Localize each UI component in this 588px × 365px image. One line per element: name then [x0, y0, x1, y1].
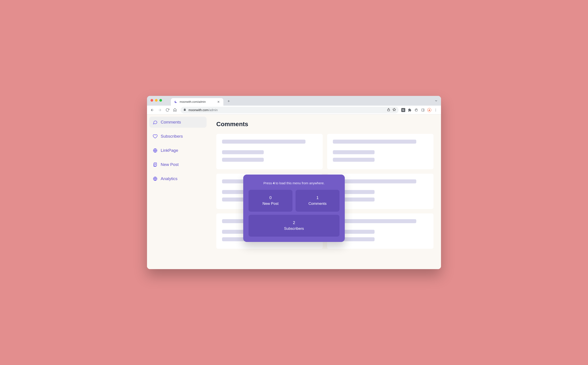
skeleton-line [222, 158, 264, 162]
skeleton-line [333, 219, 416, 223]
quick-menu-number: 1 [298, 196, 337, 200]
skeleton-line [222, 150, 264, 154]
sidebar-item-label: Comments [161, 120, 181, 125]
skeleton-line [333, 179, 416, 183]
reload-button[interactable] [164, 107, 170, 113]
sidebar-item-label: Subscribers [161, 134, 183, 139]
skeleton-line [333, 140, 416, 144]
skeleton-line [333, 158, 375, 162]
sidebar-item-label: New Post [161, 162, 179, 167]
window-controls [150, 99, 162, 102]
tabs-dropdown-button[interactable] [434, 99, 438, 103]
page-title: Comments [216, 121, 433, 128]
page-viewport: Comments Subscribers LinkPage New Post [147, 114, 441, 269]
new-tab-button[interactable]: + [226, 98, 232, 104]
admin-sidebar: Comments Subscribers LinkPage New Post [147, 114, 209, 269]
close-window-button[interactable] [150, 99, 153, 102]
minimize-window-button[interactable] [155, 99, 158, 102]
svg-point-8 [435, 110, 436, 110]
sidebar-item-linkpage[interactable]: LinkPage [149, 145, 207, 156]
quick-menu-number: 2 [251, 220, 337, 225]
close-tab-button[interactable]: ✕ [216, 100, 221, 104]
svg-rect-5 [422, 109, 424, 111]
side-panel-icon[interactable] [421, 108, 425, 112]
comment-card-placeholder [216, 134, 323, 169]
quick-menu-grid: 0 New Post 1 Comments 2 Subscribers [249, 190, 339, 237]
moon-icon [174, 100, 177, 104]
globe-icon [153, 176, 158, 181]
browser-tab[interactable]: moonwith.com/admin ✕ [171, 98, 223, 105]
skeleton-line [333, 150, 375, 154]
sidebar-item-subscribers[interactable]: Subscribers [149, 131, 207, 142]
sidebar-item-analytics[interactable]: Analytics [149, 173, 207, 184]
svg-marker-3 [393, 108, 396, 111]
quick-menu-number: 0 [251, 196, 290, 200]
quick-menu-label: Subscribers [251, 226, 337, 231]
maximize-window-button[interactable] [159, 99, 162, 102]
tab-title: moonwith.com/admin [180, 100, 214, 103]
quick-menu-hint: Press 4 to load this menu from anywhere. [249, 181, 339, 185]
kebab-menu-icon[interactable] [433, 108, 438, 112]
quick-menu-subscribers[interactable]: 2 Subscribers [249, 215, 339, 237]
sidebar-item-label: LinkPage [161, 148, 178, 153]
extensions-icon[interactable] [407, 108, 412, 112]
svg-rect-2 [388, 109, 390, 111]
profile-avatar-icon[interactable] [427, 108, 431, 112]
comment-card-placeholder [327, 134, 433, 169]
star-icon[interactable] [392, 108, 396, 112]
browser-toolbar: moonwith.com/admin G [147, 105, 441, 114]
browser-window: moonwith.com/admin ✕ + moonwith.com/admi… [147, 96, 441, 269]
svg-point-7 [435, 109, 436, 109]
svg-point-9 [435, 111, 436, 111]
extension-leaf-icon[interactable] [414, 108, 419, 112]
globe-icon [153, 148, 158, 153]
quick-menu-label: Comments [298, 202, 337, 206]
url-text: moonwith.com/admin [189, 108, 218, 112]
sidebar-item-label: Analytics [161, 176, 177, 181]
sidebar-item-comments[interactable]: Comments [149, 117, 207, 128]
skeleton-line [222, 140, 305, 144]
comment-icon [153, 120, 158, 125]
document-icon [153, 162, 158, 167]
lock-icon [183, 108, 186, 112]
quick-menu-comments[interactable]: 1 Comments [296, 190, 339, 212]
heart-icon [153, 134, 158, 139]
home-button[interactable] [172, 107, 178, 113]
sidebar-item-newpost[interactable]: New Post [149, 159, 207, 170]
browser-tab-bar: moonwith.com/admin ✕ + [147, 96, 441, 105]
quick-menu-overlay: Press 4 to load this menu from anywhere.… [243, 175, 345, 242]
share-icon[interactable] [387, 108, 390, 112]
extension-g-icon[interactable]: G [401, 108, 405, 112]
toolbar-extensions: G [401, 108, 439, 112]
back-button[interactable] [149, 107, 155, 113]
forward-button[interactable] [157, 107, 163, 113]
quick-menu-newpost[interactable]: 0 New Post [249, 190, 292, 212]
quick-menu-label: New Post [251, 202, 290, 206]
address-bar[interactable]: moonwith.com/admin [181, 107, 399, 113]
